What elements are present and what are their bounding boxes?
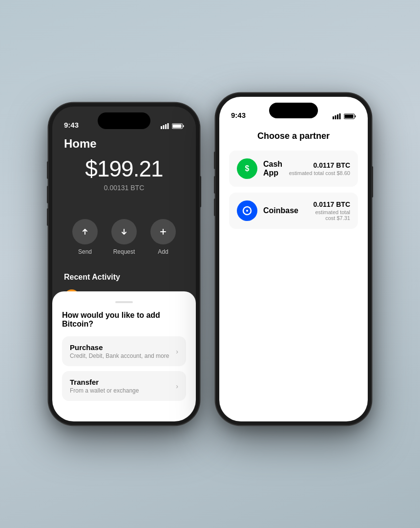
status-time-right: 9:43 — [231, 111, 246, 119]
partner-list: $ Cash App 0.0117 BTC estimated total co… — [229, 151, 358, 235]
partner-screen-title: Choose a partner — [219, 131, 368, 141]
right-phone: 9:43 — [215, 93, 372, 425]
status-time-left: 9:43 — [64, 121, 79, 129]
send-circle — [72, 219, 98, 244]
plus-icon — [159, 227, 168, 236]
recent-activity-title: Recent Activity — [64, 273, 120, 282]
svg-rect-5 — [183, 125, 184, 127]
svg-rect-8 — [335, 115, 336, 119]
status-icons-right — [333, 113, 356, 119]
svg-rect-0 — [161, 126, 162, 129]
svg-rect-3 — [168, 123, 169, 129]
transfer-subtitle: From a wallet or exchange — [70, 387, 139, 394]
send-label: Send — [78, 248, 92, 255]
coinbase-icon — [242, 205, 252, 216]
balance-btc: 0.00131 BTC — [104, 184, 145, 192]
cashapp-pricing: 0.0117 BTC estimated total cost $8.60 — [289, 161, 350, 176]
transfer-chevron: › — [176, 382, 178, 390]
sheet-title: How would you like to add Bitcoin? — [62, 311, 186, 329]
home-title: Home — [64, 137, 97, 151]
purchase-subtitle: Credit, Debit, Bank account, and more — [70, 352, 169, 359]
battery-icon-left — [172, 123, 184, 129]
coinbase-partner-item[interactable]: Coinbase 0.0117 BTC estimated total cost… — [229, 193, 358, 229]
battery-icon-right — [344, 113, 356, 119]
cashapp-logo: $ — [237, 158, 257, 179]
add-button[interactable]: Add — [150, 219, 176, 255]
coinbase-pricing: 0.0117 BTC estimated total cost $7.31 — [304, 200, 350, 221]
action-buttons: Send Request — [52, 219, 196, 255]
add-circle — [150, 219, 176, 244]
transfer-title: Transfer — [70, 378, 139, 386]
left-phone: 9:43 — [48, 103, 200, 425]
svg-text:$: $ — [245, 164, 250, 173]
purchase-option[interactable]: Purchase Credit, Debit, Bank account, an… — [62, 336, 186, 366]
add-label: Add — [158, 248, 168, 255]
signal-icon-right — [333, 113, 341, 119]
cashapp-cost: estimated total cost $8.60 — [289, 170, 350, 176]
arrow-up-icon — [81, 227, 89, 236]
svg-rect-6 — [173, 125, 182, 128]
svg-rect-7 — [333, 116, 334, 119]
sheet-handle — [115, 301, 133, 303]
request-label: Request — [113, 248, 135, 255]
cashapp-partner-item[interactable]: $ Cash App 0.0117 BTC estimated total co… — [229, 151, 358, 187]
left-screen: 9:43 — [52, 107, 196, 421]
bottom-sheet: How would you like to add Bitcoin? Purch… — [52, 291, 196, 421]
svg-rect-10 — [339, 113, 341, 119]
cashapp-btc: 0.0117 BTC — [289, 161, 350, 169]
svg-rect-2 — [165, 124, 167, 129]
svg-point-16 — [246, 210, 248, 212]
coinbase-btc: 0.0117 BTC — [304, 200, 350, 208]
request-button[interactable]: Request — [111, 219, 137, 255]
svg-rect-1 — [163, 125, 165, 129]
transfer-option[interactable]: Transfer From a wallet or exchange › — [62, 371, 186, 401]
coinbase-logo — [237, 200, 257, 221]
dynamic-island-right — [269, 103, 318, 118]
svg-rect-13 — [345, 115, 354, 118]
cashapp-name: Cash App — [263, 160, 283, 177]
purchase-title: Purchase — [70, 343, 169, 352]
status-icons-left — [161, 123, 184, 129]
svg-rect-12 — [355, 115, 356, 117]
arrow-down-icon — [120, 227, 128, 236]
signal-icon-left — [161, 123, 169, 129]
purchase-content: Purchase Credit, Debit, Bank account, an… — [70, 343, 169, 359]
right-screen: 9:43 — [219, 97, 368, 421]
request-circle — [111, 219, 137, 244]
dynamic-island-left — [98, 112, 150, 129]
svg-rect-9 — [337, 114, 338, 119]
transfer-content: Transfer From a wallet or exchange — [70, 378, 139, 394]
coinbase-name: Coinbase — [263, 206, 298, 215]
scene: 9:43 — [48, 98, 372, 430]
purchase-chevron: › — [176, 348, 178, 355]
balance-amount: $199.21 — [85, 155, 163, 182]
send-button[interactable]: Send — [72, 219, 98, 255]
partner-screen: 9:43 — [219, 97, 368, 421]
cashapp-icon: $ — [242, 163, 252, 174]
balance-section: $199.21 0.00131 BTC — [52, 155, 196, 192]
coinbase-cost: estimated total cost $7.31 — [304, 209, 350, 221]
